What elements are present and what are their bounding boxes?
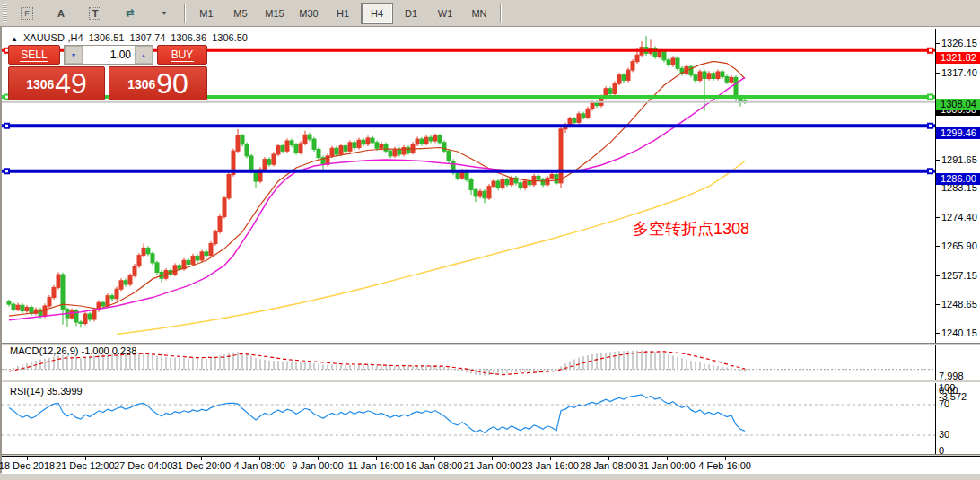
- buy-price-small: 1306: [127, 71, 155, 98]
- price-tick-dash: [935, 188, 940, 188]
- pane-separator[interactable]: [2, 343, 980, 345]
- chart-text-annotation: 多空转折点1308: [633, 218, 749, 240]
- price-tick-label: 1291.65: [941, 154, 977, 165]
- macd-scale-label: 7.998: [939, 371, 964, 381]
- rsi-scale-label: 0: [939, 445, 944, 456]
- label-tool-button[interactable]: A: [45, 3, 77, 24]
- ohlc-close: 1306.50: [212, 32, 248, 43]
- ohlc-open: 1306.51: [89, 32, 125, 43]
- rsi-line: [9, 395, 745, 433]
- price-tick-dash: [935, 160, 940, 161]
- symbol-period-label: XAUUSD-,H4: [23, 32, 83, 43]
- one-click-trade-panel: SELL ▼ ▲ BUY 1306 49 1306 90: [8, 45, 207, 100]
- price-tick-label: 1317.40: [941, 67, 977, 78]
- pane-separator[interactable]: [2, 380, 980, 383]
- volume-input[interactable]: [83, 46, 135, 64]
- ohlc-high: 1307.74: [130, 32, 166, 43]
- period-separators-button[interactable]: F: [11, 3, 43, 24]
- period-separators-icon: F: [21, 7, 33, 20]
- rsi-pane-canvas: [2, 383, 935, 454]
- sell-price-big: 49: [55, 69, 87, 98]
- ohlc-low: 1306.36: [171, 32, 206, 43]
- label-tool-icon: A: [57, 8, 65, 19]
- macd-pane-canvas: [2, 345, 935, 380]
- buy-price-box[interactable]: 1306 90: [109, 66, 207, 100]
- timeframe-h1[interactable]: H1: [327, 3, 359, 24]
- timeframe-d1[interactable]: D1: [395, 3, 427, 24]
- price-badge: 1321.82: [936, 52, 980, 64]
- timeframe-m30[interactable]: M30: [293, 3, 325, 24]
- price-badge: 1308.04: [936, 99, 980, 110]
- price-badge: 1286.00: [936, 173, 980, 185]
- sell-button[interactable]: SELL: [8, 45, 60, 65]
- text-tool-icon: T: [89, 7, 102, 20]
- chart-title-row: ▲ XAUUSD-,H4 1306.51 1307.74 1306.36 130…: [11, 32, 250, 43]
- price-tick-dash: [935, 246, 940, 247]
- collapse-panel-icon[interactable]: ▲: [11, 35, 18, 43]
- timeframe-buttons: M1M5M15M30H1H4D1W1MN: [189, 3, 496, 24]
- toolbar-tools: FAT⇄: [10, 3, 146, 24]
- price-tick-label: 1240.15: [941, 327, 977, 338]
- price-tick-label: 1326.15: [941, 38, 977, 48]
- price-axis-line: [935, 29, 936, 456]
- price-tick-dash: [935, 275, 940, 276]
- toolbar-grip: [3, 4, 7, 22]
- price-tick-label: 1274.40: [941, 212, 977, 223]
- buy-button[interactable]: BUY: [157, 45, 207, 65]
- volume-decrease-button[interactable]: ▼: [65, 46, 83, 64]
- rsi-scale-label: 100: [939, 382, 955, 393]
- rsi-scale-label: 70: [939, 398, 949, 409]
- cycle-lines-button[interactable]: ⇄: [113, 3, 145, 24]
- timeframe-mn[interactable]: MN: [463, 3, 495, 24]
- timeframe-m1[interactable]: M1: [190, 3, 223, 24]
- timeframe-m15[interactable]: M15: [258, 3, 291, 24]
- price-badge: 1299.46: [936, 127, 980, 139]
- rsi-scale-label: 30: [939, 429, 949, 440]
- sell-price-small: 1306: [26, 71, 54, 98]
- toolbar-separator: [184, 4, 186, 23]
- time-label: 4 Feb 16:00: [685, 460, 766, 471]
- price-tick-label: 1257.15: [941, 270, 977, 281]
- lot-size-group: ▼ ▲: [64, 45, 153, 65]
- timeframe-w1[interactable]: W1: [429, 3, 461, 24]
- toolbar: FAT⇄ ▼ M1M5M15M30H1H4D1W1MN: [0, 0, 980, 27]
- timeframe-m5[interactable]: M5: [224, 3, 257, 24]
- chart-window: ▲ XAUUSD-,H4 1306.51 1307.74 1306.36 130…: [0, 27, 980, 473]
- toolbar-separator: [500, 4, 502, 23]
- text-tool-button[interactable]: T: [79, 3, 111, 24]
- window-bottom-strip: [2, 473, 980, 480]
- buy-price-big: 90: [156, 69, 188, 98]
- rsi-indicator-label: RSI(14) 35.3999: [10, 386, 83, 397]
- price-tick-dash: [935, 43, 940, 44]
- volume-increase-button[interactable]: ▲: [135, 46, 153, 64]
- cycle-lines-icon: ⇄: [126, 7, 133, 19]
- price-tick-label: 1248.65: [941, 299, 977, 310]
- price-tick-dash: [935, 333, 940, 334]
- price-tick-dash: [935, 217, 940, 218]
- mt4-window: FAT⇄ ▼ M1M5M15M30H1H4D1W1MN ▲ XAUUSD-,H4…: [0, 0, 980, 480]
- sell-price-box[interactable]: 1306 49: [8, 66, 105, 100]
- macd-indicator-label: MACD(12,26,9) -1.000 0.238: [10, 345, 136, 356]
- price-tick-dash: [935, 73, 940, 74]
- price-tick-dash: [935, 304, 940, 305]
- timeframe-h4[interactable]: H4: [361, 3, 393, 24]
- time-axis[interactable]: 18 Dec 201821 Dec 12:0027 Dec 04:0031 De…: [2, 456, 980, 474]
- price-tick-label: 1265.90: [941, 240, 977, 251]
- dropdown-caret-icon[interactable]: ▼: [147, 3, 179, 24]
